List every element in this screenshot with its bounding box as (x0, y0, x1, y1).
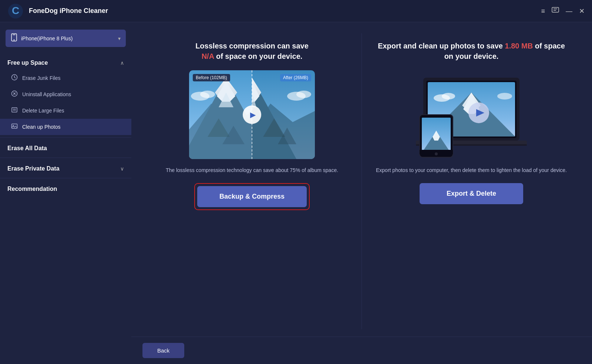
uninstall-apps-label: Uninstall Applications (22, 91, 71, 97)
free-up-space-label: Free up Space (7, 60, 48, 66)
photos-icon (11, 123, 18, 131)
titlebar: C FoneDog iPhone Cleaner ≡ — ✕ (0, 0, 592, 22)
window-controls: ≡ — ✕ (541, 7, 585, 15)
sidebar-item-cleanup-photos[interactable]: Clean up Photos (0, 119, 131, 135)
sidebar-section-erase-all[interactable]: Erase All Data (0, 140, 131, 155)
phone-icon (11, 33, 17, 43)
svg-point-47 (497, 93, 512, 100)
laptop-phone-image (408, 70, 534, 159)
content-area: Lossless compression can save N/A of spa… (131, 22, 592, 364)
svg-point-55 (435, 152, 438, 155)
compress-na-value: N/A (202, 52, 214, 60)
close-button[interactable]: ✕ (579, 8, 585, 14)
cleanup-photos-label: Clean up Photos (22, 124, 61, 130)
uninstall-icon (11, 90, 18, 98)
svg-rect-15 (12, 124, 17, 128)
compress-heading: Lossless compression can save N/A of spa… (195, 41, 309, 61)
sidebar-item-erase-junk[interactable]: Erase Junk Files (0, 70, 131, 86)
after-badge: After (26MB) (280, 74, 311, 81)
clock-icon (11, 74, 18, 82)
svg-point-26 (200, 91, 215, 98)
play-button[interactable]: ▶ (243, 105, 261, 124)
device-chevron-icon: ▾ (118, 36, 121, 41)
device-name: iPhone(iPhone 8 Plus) (21, 36, 114, 41)
backup-compress-button[interactable]: Backup & Compress (197, 186, 307, 207)
compress-heading-line2: of space on your device. (216, 52, 302, 60)
content-footer: Back (131, 337, 592, 364)
sidebar: iPhone(iPhone 8 Plus) ▾ Free up Space ∧ … (0, 22, 131, 364)
svg-point-36 (296, 91, 311, 98)
erase-all-label: Erase All Data (7, 145, 47, 152)
menu-button[interactable]: ≡ (541, 8, 545, 14)
expand-chevron-icon: ∧ (120, 60, 124, 66)
device-selector[interactable]: iPhone(iPhone 8 Plus) ▾ (6, 30, 126, 47)
expand-chevron-private-icon: ∨ (120, 166, 124, 172)
export-heading-line1: Export and clean up photos to save (378, 42, 505, 50)
divider-1 (0, 137, 131, 138)
export-size-value: 1.80 MB (505, 42, 533, 50)
laptop-phone-svg (408, 70, 534, 159)
svg-rect-12 (12, 108, 17, 112)
files-icon (11, 107, 18, 115)
svg-point-46 (442, 93, 455, 100)
before-badge: Before (102MB) (193, 74, 230, 81)
svg-rect-2 (552, 7, 559, 12)
divider-2 (0, 158, 131, 158)
divider-3 (0, 178, 131, 178)
play-icon: ▶ (250, 110, 256, 119)
main-layout: iPhone(iPhone 8 Plus) ▾ Free up Space ∧ … (0, 22, 592, 364)
export-delete-button[interactable]: Export & Delete (420, 183, 523, 204)
sidebar-section-erase-private[interactable]: Erase Private Data ∨ (0, 160, 131, 176)
svg-point-16 (13, 125, 14, 126)
export-subtext: Export photos to your computer, then del… (376, 166, 567, 174)
back-button[interactable]: Back (142, 343, 184, 358)
export-heading: Export and clean up photos to save 1.80 … (373, 41, 570, 61)
panel-export: Export and clean up photos to save 1.80 … (362, 33, 581, 329)
erase-junk-label: Erase Junk Files (22, 75, 60, 81)
delete-large-label: Delete Large Files (22, 108, 64, 114)
app-logo: C (7, 3, 24, 19)
backup-compress-button-wrapper: Backup & Compress (194, 183, 310, 210)
sidebar-item-uninstall-apps[interactable]: Uninstall Applications (0, 86, 131, 102)
recommendation-label: Recommendation (7, 186, 57, 192)
chat-button[interactable] (552, 7, 559, 15)
panel-compress: Lossless compression can save N/A of spa… (142, 33, 362, 329)
content-body: Lossless compression can save N/A of spa… (131, 22, 592, 337)
svg-text:C: C (12, 5, 19, 16)
sidebar-section-free-up-space[interactable]: Free up Space ∧ (0, 54, 131, 70)
sidebar-item-delete-large[interactable]: Delete Large Files (0, 102, 131, 119)
svg-point-6 (14, 40, 15, 41)
compress-heading-line1: Lossless compression can save (195, 42, 309, 50)
minimize-button[interactable]: — (566, 8, 572, 14)
erase-private-label: Erase Private Data (7, 165, 60, 172)
compress-subtext: The lossless compression technology can … (166, 166, 338, 174)
app-title: FoneDog iPhone Cleaner (29, 7, 541, 15)
mountain-comparison: Before (102MB) After (26MB) ▶ (189, 70, 315, 159)
sidebar-section-recommendation[interactable]: Recommendation (0, 181, 131, 196)
